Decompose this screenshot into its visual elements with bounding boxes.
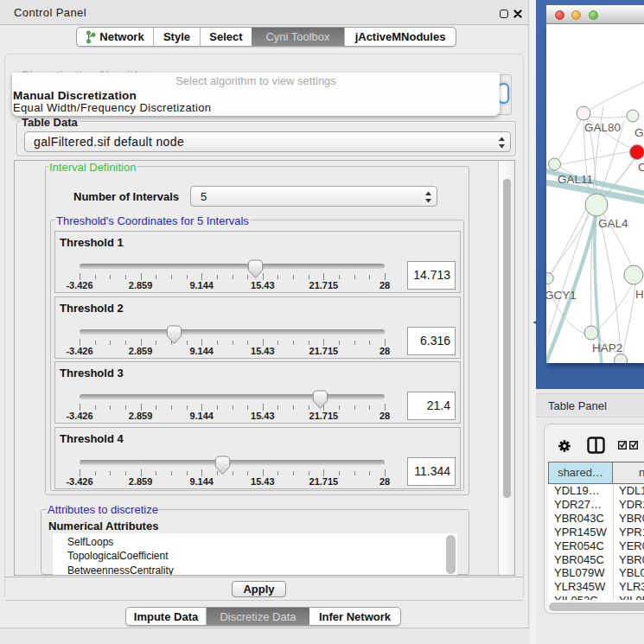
svg-text:GAL80: GAL80 [584,121,621,134]
svg-text:GCY1: GCY1 [546,289,577,302]
svg-text:GAL11: GAL11 [558,173,593,186]
svg-text:C: C [638,161,644,174]
svg-text:GA: GA [634,126,644,139]
svg-text:GAL4: GAL4 [598,217,628,230]
svg-text:H: H [635,288,644,301]
svg-text:HAP2: HAP2 [592,341,622,354]
